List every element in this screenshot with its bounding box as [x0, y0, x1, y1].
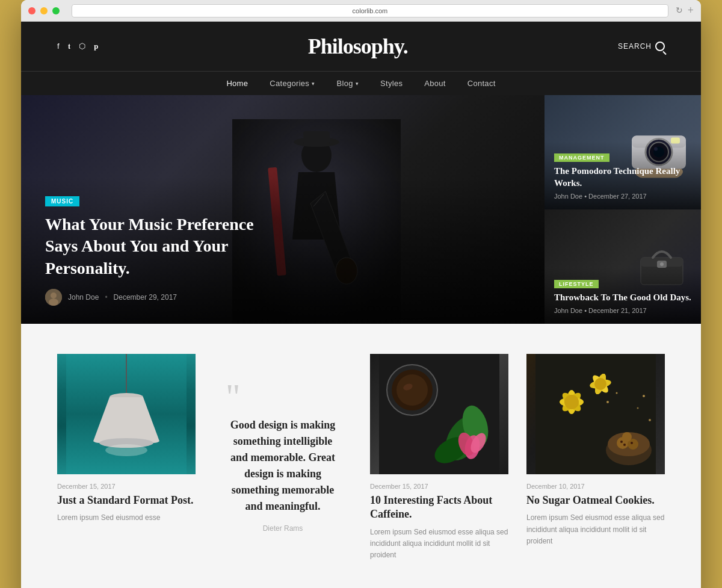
svg-point-61 [649, 419, 651, 421]
svg-point-59 [643, 395, 645, 397]
svg-rect-3 [303, 131, 330, 144]
site-wrapper: f 𝐭 ⬡ 𝐩 Philosophy. SEARCH Home Categori… [21, 22, 701, 588]
facebook-icon[interactable]: f [57, 42, 60, 51]
sidebar-title-2: Throwback To The Good Old Days. [554, 292, 691, 304]
browser-toolbar: colorlib.com ↻ + [21, 0, 701, 22]
nav-contact[interactable]: Contact [467, 79, 496, 88]
svg-point-7 [51, 292, 57, 299]
svg-point-54 [620, 441, 623, 443]
nav-blog[interactable]: Blog ▾ [336, 79, 359, 88]
svg-point-21 [660, 262, 664, 266]
post-4-date: December 10, 2017 [526, 483, 665, 490]
sidebar-article-2-overlay: LIFESTYLE Throwback To The Good Old Days… [545, 268, 701, 324]
sidebar-badge-2: LIFESTYLE [554, 280, 599, 288]
search-label: SEARCH [618, 42, 652, 51]
post-3-excerpt: Lorem ipsum Sed eiusmod esse aliqua sed … [370, 527, 508, 562]
post-4-title[interactable]: No Sugar Oatmeal Cookies. [526, 494, 665, 507]
post-1-date: December 15, 2017 [57, 483, 196, 490]
sidebar-meta-1: John Doe • December 27, 2017 [554, 193, 691, 200]
svg-point-53 [622, 432, 632, 442]
post-card-4[interactable]: December 10, 2017 No Sugar Oatmeal Cooki… [526, 354, 665, 561]
hero-category-badge[interactable]: MUSIC [45, 196, 79, 206]
post-4-excerpt: Lorem ipsum Sed eiusmod esse aliqua sed … [526, 512, 665, 547]
svg-point-60 [637, 407, 639, 409]
content-section: December 15, 2017 Just a Standard Format… [21, 324, 701, 588]
sidebar-article-1[interactable]: MANAGEMENT The Pomodoro Technique Really… [545, 95, 701, 209]
sidebar-badge-1: MANAGEMENT [554, 153, 609, 162]
social-icons: f 𝐭 ⬡ 𝐩 [57, 42, 98, 51]
sidebar-article-2[interactable]: LIFESTYLE Throwback To The Good Old Days… [545, 209, 701, 324]
hero-main-article[interactable]: MUSIC What Your Music Preference Says Ab… [21, 95, 545, 324]
minimize-dot[interactable] [40, 7, 48, 14]
food-image [526, 354, 665, 474]
svg-point-55 [623, 444, 626, 446]
post-card-3[interactable]: December 15, 2017 10 Interesting Facts A… [370, 354, 508, 561]
quote-mark: " [226, 382, 340, 411]
close-dot[interactable] [28, 7, 35, 14]
hero-dot: • [105, 293, 107, 302]
new-tab-button[interactable]: + [688, 4, 694, 17]
svg-point-43 [564, 395, 579, 409]
hero-title: What Your Music Preference Says About Yo… [45, 214, 274, 279]
hero-author: John Doe [68, 293, 99, 302]
browser-window: colorlib.com ↻ + f 𝐭 ⬡ 𝐩 Philosophy. SEA… [21, 0, 701, 588]
nav-styles[interactable]: Styles [380, 79, 403, 88]
hero-section: MUSIC What Your Music Preference Says Ab… [21, 95, 701, 324]
svg-point-58 [616, 392, 618, 394]
pinterest-icon[interactable]: 𝐩 [94, 42, 98, 51]
svg-point-57 [606, 401, 609, 403]
sidebar-article-1-overlay: MANAGEMENT The Pomodoro Technique Really… [545, 141, 701, 209]
coffee-image [370, 354, 508, 474]
nav-categories[interactable]: Categories ▾ [270, 79, 315, 88]
svg-point-30 [396, 374, 428, 406]
svg-point-8 [49, 299, 58, 306]
sidebar-meta-2: John Doe • December 21, 2017 [554, 307, 691, 314]
site-nav: Home Categories ▾ Blog ▾ Styles About Co… [21, 71, 701, 95]
quote-card: " Good design is making something intell… [214, 354, 352, 561]
url-text: colorlib.com [353, 7, 388, 14]
nav-home[interactable]: Home [226, 79, 248, 88]
post-3-title[interactable]: 10 Interesting Facts About Caffeine. [370, 494, 508, 522]
author-avatar [45, 289, 62, 306]
hero-sidebar: MANAGEMENT The Pomodoro Technique Really… [545, 95, 701, 324]
quote-text: Good design is making something intellig… [226, 417, 340, 515]
hero-overlay: MUSIC What Your Music Preference Says Ab… [21, 177, 545, 324]
reload-button[interactable]: ↻ [676, 5, 683, 16]
post-1-title[interactable]: Just a Standard Format Post. [57, 494, 196, 507]
nav-about[interactable]: About [424, 79, 445, 88]
twitter-icon[interactable]: 𝐭 [68, 42, 70, 51]
post-card-1[interactable]: December 15, 2017 Just a Standard Format… [57, 354, 196, 561]
hero-date: December 29, 2017 [114, 293, 177, 302]
site-logo[interactable]: Philosophy. [308, 34, 408, 59]
search-button[interactable]: SEARCH [618, 42, 665, 51]
site-header: f 𝐭 ⬡ 𝐩 Philosophy. SEARCH [21, 22, 701, 71]
post-1-excerpt: Lorem ipsum Sed eiusmod esse [57, 512, 196, 524]
address-bar[interactable]: colorlib.com [72, 4, 668, 17]
quote-author: Dieter Rams [226, 524, 340, 533]
svg-point-56 [631, 442, 633, 444]
lamp-image [57, 354, 196, 474]
hero-meta: John Doe • December 29, 2017 [45, 289, 520, 306]
maximize-dot[interactable] [52, 7, 60, 14]
svg-point-48 [594, 378, 606, 390]
posts-grid: December 15, 2017 Just a Standard Format… [57, 354, 665, 561]
instagram-icon[interactable]: ⬡ [79, 42, 85, 51]
post-3-date: December 15, 2017 [370, 483, 508, 490]
svg-point-26 [105, 444, 147, 456]
sidebar-title-1: The Pomodoro Technique Really Works. [554, 166, 691, 189]
